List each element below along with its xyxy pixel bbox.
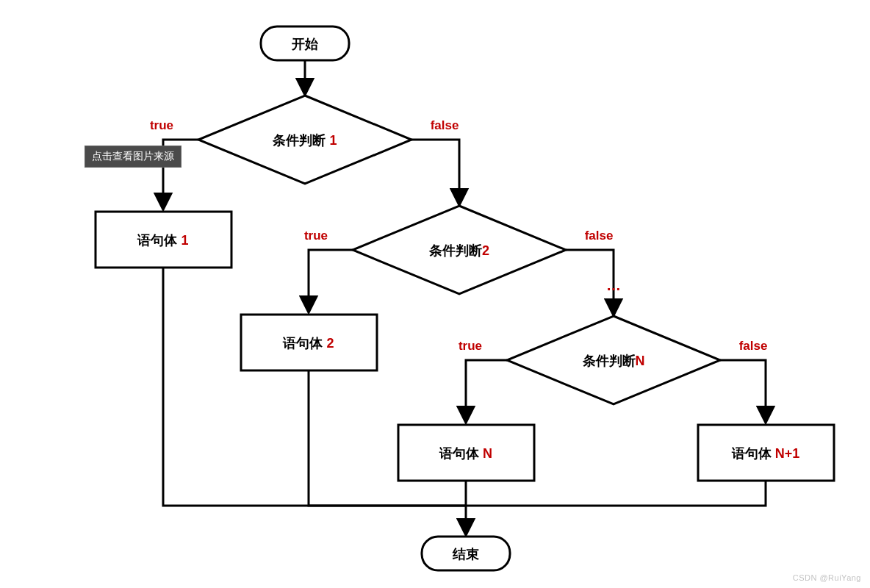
svg-text:条件判断2: 条件判断2 (428, 243, 489, 258)
start-label: 开始 (291, 37, 319, 51)
edge-bN1-merge (466, 481, 766, 506)
decision-n-prefix: 条件判断 (582, 354, 636, 368)
decision-2-num: 2 (482, 243, 489, 258)
decision-n: 条件判断N (507, 316, 720, 404)
svg-text:条件判断N: 条件判断N (582, 354, 645, 368)
decision-1: 条件判断 1 (198, 96, 411, 184)
svg-text:语句体 2: 语句体 2 (282, 336, 334, 351)
d2-false-label: false (585, 229, 614, 243)
flowchart-canvas: 开始 条件判断 1 true false 语句体 1 条件判断2 true fa… (0, 0, 870, 588)
decision-n-num: N (636, 354, 645, 368)
d2-true-label: true (304, 229, 328, 243)
body-1-num: 1 (181, 233, 189, 248)
body-n: 语句体 N (398, 425, 534, 481)
body-2-num: 2 (327, 336, 334, 351)
body-2-prefix: 语句体 (282, 336, 326, 351)
svg-text:语句体 N+1: 语句体 N+1 (731, 446, 800, 461)
body-2: 语句体 2 (241, 315, 377, 370)
svg-text:语句体 1: 语句体 1 (137, 233, 188, 248)
decision-1-num: 1 (330, 133, 337, 148)
d1-true-label: true (150, 118, 173, 132)
tooltip-text: 点击查看图片来源 (92, 150, 174, 162)
decision-2: 条件判断2 (353, 206, 566, 294)
edge-d2-b2 (309, 250, 353, 312)
body-1: 语句体 1 (96, 212, 231, 268)
decision-2-prefix: 条件判断 (428, 243, 482, 258)
svg-text:语句体 N: 语句体 N (439, 446, 492, 461)
d1-false-label: false (431, 118, 459, 132)
dN-false-label: false (739, 339, 768, 353)
ellipsis-label: … (606, 277, 621, 293)
image-source-tooltip[interactable]: 点击查看图片来源 (85, 146, 181, 168)
body-n-num: N (483, 446, 492, 461)
body-n1: 语句体 N+1 (698, 425, 834, 481)
dN-true-label: true (459, 339, 482, 353)
watermark: CSDN @RuiYang (793, 573, 861, 582)
svg-text:条件判断 1: 条件判断 1 (272, 133, 337, 148)
body-n1-num: N+1 (775, 446, 800, 461)
edge-d1-d2 (411, 140, 459, 204)
start-node: 开始 (261, 26, 349, 60)
body-n1-prefix: 语句体 (731, 446, 775, 461)
end-label: 结束 (452, 547, 479, 562)
body-n-prefix: 语句体 (439, 446, 483, 461)
edge-dN-bN (466, 360, 507, 422)
decision-1-prefix: 条件判断 (272, 133, 329, 148)
watermark-text: CSDN @RuiYang (793, 573, 861, 582)
edge-dN-bN1 (720, 360, 766, 422)
end-node: 结束 (422, 537, 510, 570)
body-1-prefix: 语句体 (137, 233, 181, 248)
